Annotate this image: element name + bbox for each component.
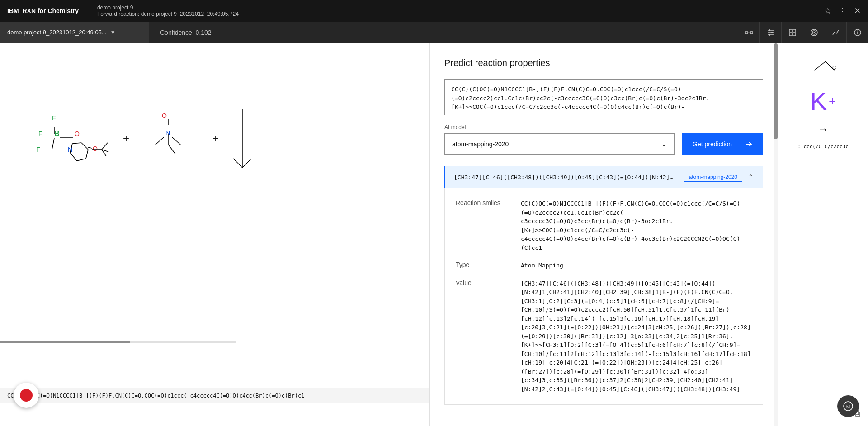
svg-line-33 bbox=[81, 143, 88, 150]
molecule-2: O N bbox=[135, 104, 207, 172]
confidence-label: Confidence: 0.102 bbox=[149, 29, 222, 36]
reaction-smiles-label: Reaction smiles bbox=[456, 199, 510, 252]
predict-title: Predict reaction properties bbox=[444, 58, 763, 68]
right-mol-svg: C bbox=[810, 57, 837, 84]
secondbar: demo project 9_20231012_20:49:05... ▼ Co… bbox=[0, 22, 868, 43]
kion-plus: + bbox=[829, 95, 836, 108]
result-badge: atom-mapping-2020 bbox=[684, 173, 742, 182]
h-scrollbar[interactable] bbox=[0, 341, 236, 343]
close-icon[interactable]: ✕ bbox=[854, 6, 861, 16]
reaction-arrow: → bbox=[818, 123, 829, 136]
secondbar-right bbox=[738, 22, 868, 43]
arrow-right-icon: ➔ bbox=[745, 139, 752, 149]
ai-model-section: AI model atom-mapping-2020 ⌄ Get predict… bbox=[444, 124, 763, 155]
svg-line-32 bbox=[86, 150, 88, 159]
svg-rect-10 bbox=[793, 29, 796, 32]
reaction-smiles-row: Reaction smiles CC(C)OC(=O)N1CCCC1[B-](F… bbox=[456, 199, 752, 252]
main-content: F F F B O N bbox=[0, 43, 868, 426]
results-header: [CH3:47][C:46]([CH3:48])([CH3:49])[O:45]… bbox=[444, 166, 763, 188]
svg-line-39 bbox=[102, 143, 108, 150]
right-molecule-area: C K + → :1ccc(/C=C/c2cc3c bbox=[778, 43, 868, 426]
reaction-smiles-value: CC(C)OC(=O)N1CCCC1[B-](F)(F)F.CN(C)C=O.C… bbox=[521, 199, 752, 252]
predict-content: Predict reaction properties CC(C)(C)OC(=… bbox=[430, 43, 778, 419]
svg-line-51 bbox=[242, 159, 251, 168]
model-select-wrapper: AI model atom-mapping-2020 ⌄ bbox=[444, 124, 675, 155]
model-select[interactable]: atom-mapping-2020 ⌄ bbox=[444, 133, 675, 155]
svg-line-34 bbox=[72, 143, 81, 144]
fingerprint-icon-btn[interactable] bbox=[803, 22, 825, 43]
info-icon-btn[interactable] bbox=[846, 22, 868, 43]
record-indicator bbox=[20, 389, 33, 402]
kion-display: K + bbox=[810, 89, 836, 114]
svg-line-30 bbox=[70, 153, 77, 161]
topbar-brand: IBM RXN for Chemistry bbox=[7, 7, 79, 14]
svg-rect-11 bbox=[789, 33, 792, 36]
svg-line-31 bbox=[77, 159, 86, 161]
svg-rect-12 bbox=[793, 33, 796, 36]
smiles-input-box[interactable]: CC(C)(C)OC(=O)N1CCCC1[B-](F)(F)F.CN(C)C=… bbox=[444, 79, 763, 115]
topbar-divider bbox=[88, 5, 88, 16]
h-scrollbar-thumb bbox=[0, 341, 130, 343]
diagram-icon-btn[interactable] bbox=[738, 22, 760, 43]
result-smiles: [CH3:47][C:46]([CH3:48])([CH3:49])[O:45]… bbox=[454, 174, 677, 181]
chat-button[interactable]: ☺ bbox=[837, 395, 859, 417]
reaction-panel: F F F B O N bbox=[0, 43, 429, 426]
chevron-up-icon[interactable]: ⌃ bbox=[748, 173, 754, 182]
topbar: IBM RXN for Chemistry demo project 9 For… bbox=[0, 0, 868, 22]
topbar-icons: ☆ ⋮ ✕ bbox=[824, 6, 861, 16]
value-row: Value [CH3:47][C:46]([CH3:48])([CH3:49])… bbox=[456, 279, 752, 394]
topbar-project-info: demo project 9 Forward reaction: demo pr… bbox=[97, 5, 239, 17]
svg-text:F: F bbox=[36, 146, 40, 153]
svg-line-47 bbox=[172, 137, 181, 145]
svg-rect-0 bbox=[745, 32, 748, 34]
svg-point-15 bbox=[813, 32, 815, 33]
svg-text:N: N bbox=[165, 129, 170, 136]
value-text: [CH3:47][C:46]([CH3:48])([CH3:49])[O:45]… bbox=[521, 279, 752, 394]
predict-panel: Predict reaction properties CC(C)(C)OC(=… bbox=[429, 43, 778, 426]
type-row: Type Atom Mapping bbox=[456, 261, 752, 270]
chart-icon-btn[interactable] bbox=[825, 22, 846, 43]
more-icon[interactable]: ⋮ bbox=[839, 6, 847, 16]
right-smiles: :1ccc(/C=C/c2cc3c bbox=[794, 140, 852, 153]
svg-text:☺: ☺ bbox=[845, 403, 851, 410]
get-prediction-label: Get prediction bbox=[693, 140, 732, 148]
smiles-input-text: CC(C)(C)OC(=O)N1CCCC1[B-](F)(F)F.CN(C)C=… bbox=[451, 85, 756, 112]
model-select-chevron: ⌄ bbox=[661, 140, 667, 148]
project-selector[interactable]: demo project 9_20231012_20:49:05... ▼ bbox=[0, 22, 149, 43]
svg-rect-1 bbox=[750, 32, 753, 34]
svg-line-49 bbox=[169, 145, 175, 154]
svg-text:B: B bbox=[54, 130, 60, 137]
record-button[interactable] bbox=[14, 383, 39, 408]
svg-line-25 bbox=[52, 138, 54, 150]
value-label: Value bbox=[456, 279, 510, 394]
grid-icon-btn[interactable] bbox=[781, 22, 803, 43]
star-icon[interactable]: ☆ bbox=[824, 6, 831, 16]
svg-text:O: O bbox=[93, 145, 98, 152]
svg-line-52 bbox=[233, 159, 242, 168]
svg-point-6 bbox=[769, 29, 770, 31]
smiles-display: CC(C)(C)OC(=O)N1CCCC1[B-](F)(F)F.CN(C)C=… bbox=[0, 388, 429, 403]
svg-line-53 bbox=[814, 61, 826, 70]
details-table: Reaction smiles CC(C)OC(=O)N1CCCC1[B-](F… bbox=[444, 188, 763, 405]
svg-point-8 bbox=[769, 34, 770, 36]
plus-2: + bbox=[212, 132, 219, 145]
type-value: Atom Mapping bbox=[521, 261, 752, 270]
svg-text:F: F bbox=[52, 114, 56, 122]
plus-1: + bbox=[123, 132, 129, 145]
svg-text:O: O bbox=[75, 130, 80, 137]
panel-scrollbar[interactable] bbox=[774, 43, 778, 426]
settings-icon-btn[interactable] bbox=[760, 22, 781, 43]
svg-point-18 bbox=[857, 30, 858, 31]
project-selector-label: demo project 9_20231012_20:49:05... bbox=[7, 29, 107, 36]
molecule-3 bbox=[224, 104, 260, 172]
svg-point-7 bbox=[771, 32, 773, 33]
svg-rect-9 bbox=[789, 29, 792, 32]
model-select-value: atom-mapping-2020 bbox=[452, 140, 509, 148]
ai-model-label: AI model bbox=[444, 124, 675, 131]
molecule-area: F F F B O N bbox=[0, 43, 429, 233]
get-prediction-button[interactable]: Get prediction ➔ bbox=[682, 133, 763, 155]
svg-text:O: O bbox=[162, 112, 167, 119]
svg-line-37 bbox=[88, 147, 92, 148]
topbar-left: IBM RXN for Chemistry demo project 9 For… bbox=[7, 5, 239, 17]
svg-text:F: F bbox=[38, 130, 42, 137]
